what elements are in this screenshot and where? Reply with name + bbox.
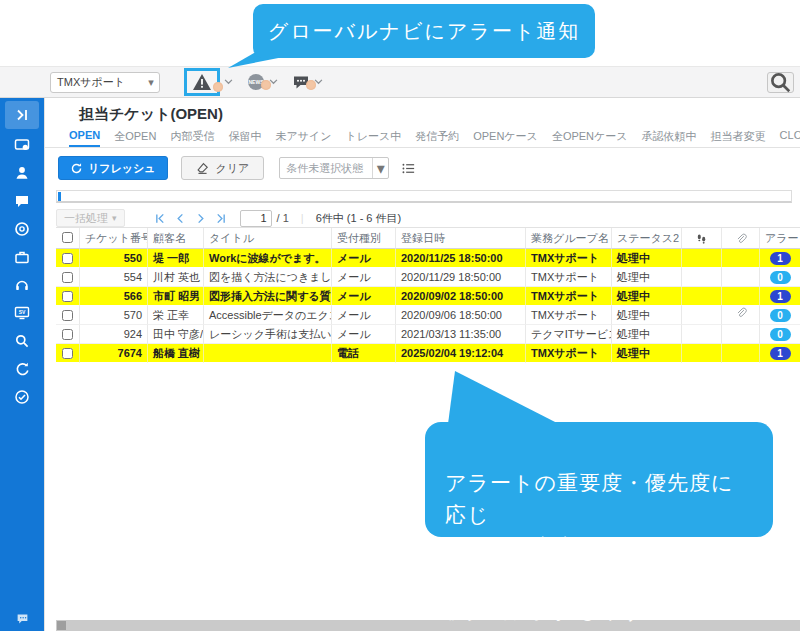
attachment-cell	[722, 249, 760, 268]
table-row[interactable]: 554川村 英也図を描く方法につきましてメール2020/11/29 18:50:…	[56, 268, 800, 287]
refresh-icon	[70, 162, 83, 175]
refresh-label: リフレッシュ	[88, 161, 156, 176]
alert-count-badge: 1	[770, 252, 791, 265]
callout-bottom-tail	[443, 371, 565, 424]
tab-全OPEN[interactable]: 全OPEN	[114, 129, 156, 147]
scrollbar-thumb[interactable]	[57, 621, 66, 630]
tab-内部受信[interactable]: 内部受信	[170, 129, 214, 147]
ticket-number-cell: 7674	[80, 344, 148, 363]
quick-filter-input[interactable]	[56, 190, 792, 203]
footprints-cell	[682, 306, 722, 325]
sidebar-item-screen-share[interactable]	[5, 131, 39, 159]
page-prev-button[interactable]	[175, 213, 186, 224]
topbar-icons: NEWS	[160, 68, 323, 96]
alert-count-badge: 0	[770, 271, 791, 284]
callout-top: グローバルナビにアラート通知	[253, 4, 595, 58]
page-total: / 1	[277, 212, 289, 224]
row-checkbox[interactable]	[62, 310, 73, 321]
tab-発信予約[interactable]: 発信予約	[415, 129, 459, 147]
chevron-down-icon: ▾	[372, 158, 388, 178]
column-header[interactable]: チケット番号	[80, 228, 148, 249]
column-header[interactable]: 顧客名	[148, 228, 204, 249]
row-checkbox-cell	[56, 268, 80, 287]
footprints-cell	[682, 325, 722, 344]
sidebar-item-toolbox[interactable]	[5, 243, 39, 271]
table-header: チケット番号顧客名タイトル受付種別登録日時業務グループ名ステータス2アラート	[56, 228, 800, 249]
tab-未アサイン[interactable]: 未アサイン	[275, 129, 331, 147]
app-window: グローバルナビにアラート通知 TMXサポート ▾ NEWS SV 担当チケット(…	[0, 0, 800, 631]
tab-CLOSE[interactable]: CLOSE	[780, 129, 800, 147]
sidebar-item-callback[interactable]	[5, 355, 39, 383]
title-cell: Workに波線がでます。	[204, 249, 332, 268]
row-checkbox[interactable]	[62, 291, 73, 302]
app-context-value: TMXサポート	[51, 75, 143, 90]
condition-select[interactable]: 条件未選択状態 ▾	[279, 157, 389, 179]
tab-承認依頼中[interactable]: 承認依頼中	[642, 129, 697, 147]
row-checkbox[interactable]	[62, 348, 73, 359]
alert-count-badge: 1	[770, 290, 791, 303]
tab-OPENケース[interactable]: OPENケース	[473, 129, 538, 147]
row-checkbox[interactable]	[62, 253, 73, 264]
table-row[interactable]: 550堤 一郎Workに波線がでます。メール2020/11/25 18:50:0…	[56, 249, 800, 268]
sidebar-item-supervisor[interactable]: SV	[5, 299, 39, 327]
page-last-button[interactable]	[215, 213, 226, 224]
bulk-action-button[interactable]: 一括処理 ▾	[56, 209, 125, 227]
horizontal-scrollbar[interactable]	[56, 620, 800, 631]
app-context-select[interactable]: TMXサポート ▾	[50, 72, 160, 93]
sidebar-item-agent[interactable]	[5, 159, 39, 187]
customer-name-cell: 川村 英也	[148, 268, 204, 287]
row-checkbox[interactable]	[62, 272, 73, 283]
table-row[interactable]: 570栄 正幸Accessibleデータのエクスポートに関する質問メール2020…	[56, 306, 800, 325]
customer-name-cell: 船橋 直樹	[148, 344, 204, 363]
sidebar-item-check-circle[interactable]	[5, 383, 39, 411]
column-header[interactable]: タイトル	[204, 228, 332, 249]
column-header-alert[interactable]: アラート	[760, 228, 800, 249]
sidebar: SV	[0, 98, 44, 631]
sidebar-item-chat[interactable]	[5, 187, 39, 215]
tab-全OPENケース[interactable]: 全OPENケース	[552, 129, 628, 147]
clear-button[interactable]: クリア	[181, 156, 265, 180]
ticket-number-cell: 554	[80, 268, 148, 287]
sidebar-item-search[interactable]	[5, 327, 39, 355]
datetime-cell: 2025/02/04 19:12:04	[396, 344, 526, 363]
tab-トレース中[interactable]: トレース中	[345, 129, 401, 147]
tab-保留中[interactable]: 保留中	[228, 129, 261, 147]
tab-担当者変更[interactable]: 担当者変更	[711, 129, 766, 147]
sidebar-item-headset[interactable]	[5, 271, 39, 299]
column-header-footprints[interactable]	[682, 228, 722, 249]
news-globe-icon[interactable]: NEWS	[247, 73, 265, 91]
select-all-checkbox[interactable]	[62, 232, 73, 243]
column-header[interactable]: 登録日時	[396, 228, 526, 249]
sidebar-footer[interactable]	[0, 612, 44, 625]
refresh-button[interactable]: リフレッシュ	[58, 156, 168, 180]
title-cell: 図形挿入方法に関する質問	[204, 287, 332, 306]
sidebar-item-lifebuoy[interactable]	[5, 215, 39, 243]
page-next-button[interactable]	[195, 213, 206, 224]
row-checkbox-cell	[56, 249, 80, 268]
status-cell: 処理中	[612, 344, 682, 363]
tab-OPEN[interactable]: OPEN	[69, 129, 100, 147]
column-header-paperclip[interactable]	[722, 228, 760, 249]
view-list-button[interactable]	[399, 159, 417, 177]
sidebar-item-collapse[interactable]	[5, 101, 39, 129]
column-header[interactable]: 受付種別	[332, 228, 396, 249]
notification-dot	[306, 80, 316, 90]
page-number-input[interactable]	[240, 210, 272, 227]
messages-icon[interactable]	[292, 73, 310, 91]
callout-top-text: グローバルナビにアラート通知	[268, 18, 581, 45]
table-row[interactable]: 924田中 守彦/Lレーシック手術は支払いの対象となりますか？メール2021/0…	[56, 325, 800, 344]
column-header[interactable]: ステータス2	[612, 228, 682, 249]
messages-group	[292, 73, 323, 91]
table-row[interactable]: 7674船橋 直樹電話2025/02/04 19:12:04TMXサポート処理中…	[56, 344, 800, 363]
alert-cell: 1	[760, 287, 800, 306]
group-cell: テクマITサービス会社	[526, 325, 612, 344]
column-header[interactable]: 業務グループ名	[526, 228, 612, 249]
alert-highlight-box[interactable]	[184, 68, 220, 96]
attachment-cell	[722, 325, 760, 344]
alert-count-badge: 1	[770, 347, 791, 360]
chevron-down-icon[interactable]	[224, 79, 233, 85]
page-first-button[interactable]	[155, 213, 166, 224]
global-search-button[interactable]	[767, 72, 794, 93]
table-row[interactable]: 566市町 昭男図形挿入方法に関する質問メール2020/09/02 18:50:…	[56, 287, 800, 306]
row-checkbox[interactable]	[62, 329, 73, 340]
